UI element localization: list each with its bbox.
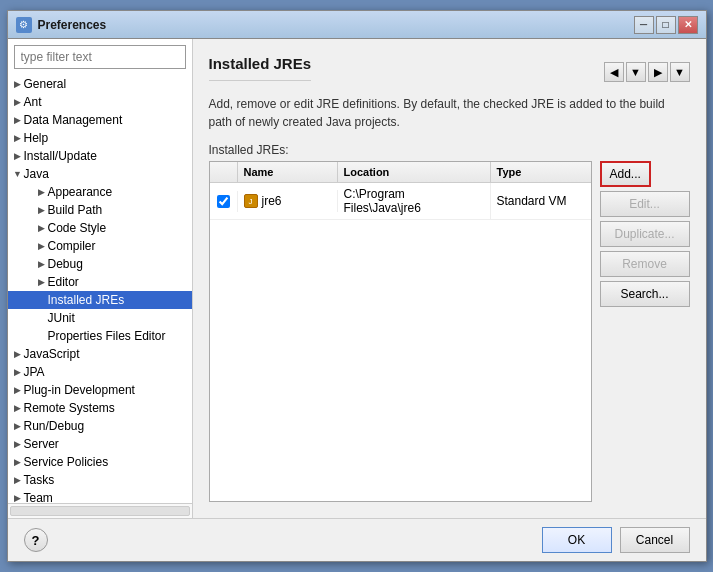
tree-arrow-junit [36,312,48,324]
titlebar-buttons: ─ □ ✕ [634,16,698,34]
sidebar-item-plugin-development[interactable]: ▶Plug-in Development [8,381,192,399]
tree-arrow-help: ▶ [12,132,24,144]
sidebar-item-remote-systems[interactable]: ▶Remote Systems [8,399,192,417]
sidebar-item-code-style[interactable]: ▶Code Style [8,219,192,237]
back-button[interactable]: ◀ [604,62,624,82]
sidebar-item-server[interactable]: ▶Server [8,435,192,453]
tree-arrow-code-style: ▶ [36,222,48,234]
tree-arrow-service-policies: ▶ [12,456,24,468]
table-header: Name Location Type [210,162,591,183]
jre-type-cell: Standard VM [491,190,591,212]
sidebar-item-jpa[interactable]: ▶JPA [8,363,192,381]
help-button[interactable]: ? [24,528,48,552]
sidebar-item-properties-files-editor[interactable]: Properties Files Editor [8,327,192,345]
tree-label-appearance: Appearance [48,185,113,199]
sidebar-item-editor[interactable]: ▶Editor [8,273,192,291]
edit-button[interactable]: Edit... [600,191,690,217]
tree-label-plugin-development: Plug-in Development [24,383,135,397]
main-content: ▶General▶Ant▶Data Management▶Help▶Instal… [8,39,706,518]
forward-dropdown-button[interactable]: ▼ [670,62,690,82]
window-title: Preferences [38,18,634,32]
nav-arrows: ◀ ▼ ▶ ▼ [604,62,690,82]
tree-label-javascript: JavaScript [24,347,80,361]
sidebar-item-junit[interactable]: JUnit [8,309,192,327]
col-type-header: Type [491,162,591,182]
table-and-buttons: Name Location Type J jre6 C:\Program Fil… [209,161,690,502]
sidebar-item-compiler[interactable]: ▶Compiler [8,237,192,255]
preferences-window: ⚙ Preferences ─ □ ✕ ▶General▶Ant▶Data Ma… [7,10,707,562]
sidebar-item-service-policies[interactable]: ▶Service Policies [8,453,192,471]
tree-arrow-debug: ▶ [36,258,48,270]
tree-label-jpa: JPA [24,365,45,379]
tree-label-code-style: Code Style [48,221,107,235]
jre-checkbox-cell[interactable] [210,191,238,212]
panel-title: Installed JREs [209,55,312,81]
sidebar-scrollbar-area [8,503,192,518]
right-panel: Installed JREs ◀ ▼ ▶ ▼ Add, remove or ed… [193,39,706,518]
tree-label-ant: Ant [24,95,42,109]
tree-arrow-jpa: ▶ [12,366,24,378]
tree-label-install-update: Install/Update [24,149,97,163]
panel-top: Installed JREs ◀ ▼ ▶ ▼ [209,55,690,89]
table-row[interactable]: J jre6 C:\Program Files\Java\jre6 Standa… [210,183,591,220]
tree-label-remote-systems: Remote Systems [24,401,115,415]
window-icon: ⚙ [16,17,32,33]
tree-arrow-editor: ▶ [36,276,48,288]
minimize-button[interactable]: ─ [634,16,654,34]
tree-label-compiler: Compiler [48,239,96,253]
tree-arrow-remote-systems: ▶ [12,402,24,414]
duplicate-button[interactable]: Duplicate... [600,221,690,247]
tree-label-debug: Debug [48,257,83,271]
search-button[interactable]: Search... [600,281,690,307]
close-button[interactable]: ✕ [678,16,698,34]
sidebar-item-general[interactable]: ▶General [8,75,192,93]
tree-arrow-build-path: ▶ [36,204,48,216]
panel-description: Add, remove or edit JRE definitions. By … [209,95,690,131]
ok-button[interactable]: OK [542,527,612,553]
sidebar-item-ant[interactable]: ▶Ant [8,93,192,111]
sidebar-item-help[interactable]: ▶Help [8,129,192,147]
tree-arrow-javascript: ▶ [12,348,24,360]
forward-button[interactable]: ▶ [648,62,668,82]
sidebar-item-run-debug[interactable]: ▶Run/Debug [8,417,192,435]
sidebar-item-build-path[interactable]: ▶Build Path [8,201,192,219]
jre-checkbox[interactable] [217,195,230,208]
col-name-header: Name [238,162,338,182]
jre-table: Name Location Type J jre6 C:\Program Fil… [209,161,592,502]
maximize-button[interactable]: □ [656,16,676,34]
side-buttons: Add... Edit... Duplicate... Remove Searc… [600,161,690,502]
cancel-button[interactable]: Cancel [620,527,690,553]
tree-label-build-path: Build Path [48,203,103,217]
remove-button[interactable]: Remove [600,251,690,277]
tree-arrow-compiler: ▶ [36,240,48,252]
col-check-header [210,162,238,182]
sidebar-item-team[interactable]: ▶Team [8,489,192,503]
sidebar-item-appearance[interactable]: ▶Appearance [8,183,192,201]
tree-label-help: Help [24,131,49,145]
sidebar-item-debug[interactable]: ▶Debug [8,255,192,273]
tree-arrow-installed-jres [36,294,48,306]
bottom-bar: ? OK Cancel [8,518,706,561]
sidebar-item-installed-jres[interactable]: Installed JREs [8,291,192,309]
tree-label-properties-files-editor: Properties Files Editor [48,329,166,343]
back-dropdown-button[interactable]: ▼ [626,62,646,82]
sidebar-item-java[interactable]: ▼Java [8,165,192,183]
jre-name-cell: J jre6 [238,190,338,212]
sidebar-item-tasks[interactable]: ▶Tasks [8,471,192,489]
tree-label-team: Team [24,491,53,503]
add-button[interactable]: Add... [600,161,651,187]
tree-label-java: Java [24,167,49,181]
sidebar-item-install-update[interactable]: ▶Install/Update [8,147,192,165]
sidebar-item-data-management[interactable]: ▶Data Management [8,111,192,129]
table-section-label: Installed JREs: [209,143,690,157]
tree-arrow-general: ▶ [12,78,24,90]
sidebar-scrollbar[interactable] [10,506,190,516]
tree-label-data-management: Data Management [24,113,123,127]
filter-input[interactable] [14,45,186,69]
col-location-header: Location [338,162,491,182]
tree-arrow-plugin-development: ▶ [12,384,24,396]
sidebar: ▶General▶Ant▶Data Management▶Help▶Instal… [8,39,193,518]
tree-arrow-properties-files-editor [36,330,48,342]
tree-label-junit: JUnit [48,311,75,325]
sidebar-item-javascript[interactable]: ▶JavaScript [8,345,192,363]
